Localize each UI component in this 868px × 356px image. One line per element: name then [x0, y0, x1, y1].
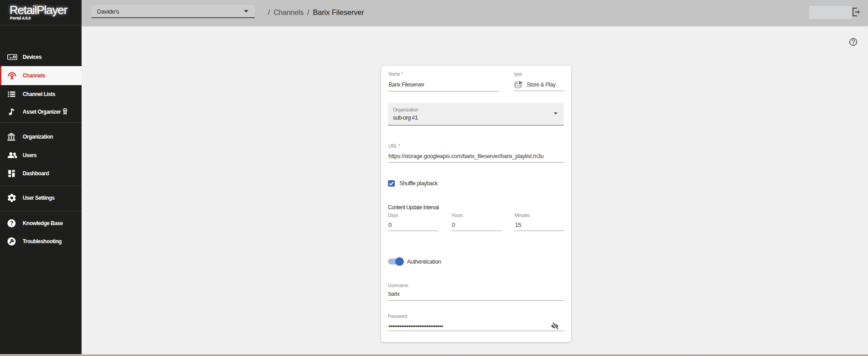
svg-text:?: ?	[10, 220, 14, 226]
